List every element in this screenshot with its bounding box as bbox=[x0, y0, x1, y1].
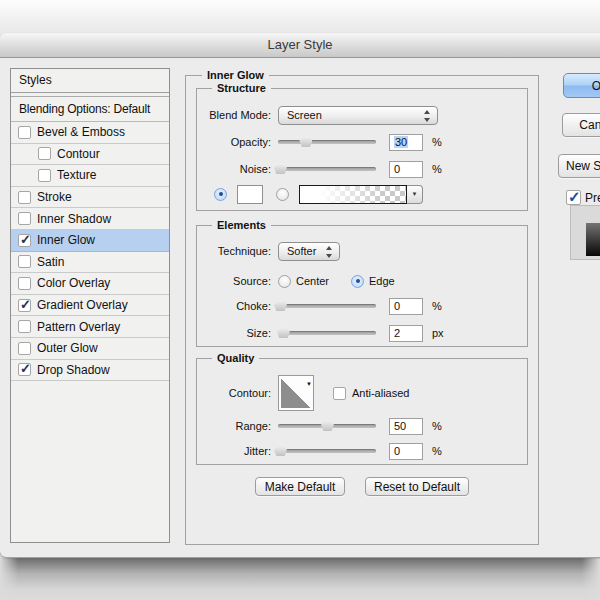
opacity-value: 30 bbox=[394, 136, 408, 148]
new-style-button[interactable]: New Style... bbox=[558, 154, 600, 178]
blend-mode-label: Blend Mode: bbox=[197, 109, 278, 121]
sidebar-style-item[interactable]: Texture bbox=[11, 165, 169, 187]
noise-unit: % bbox=[432, 163, 442, 175]
jitter-label: Jitter: bbox=[197, 445, 278, 457]
screen: Layer Style Styles Blending Options: Def… bbox=[0, 0, 600, 600]
slider-track[interactable] bbox=[278, 140, 376, 144]
source-edge-label[interactable]: Edge bbox=[369, 275, 395, 287]
sidebar-style-item[interactable]: Contour bbox=[11, 144, 169, 166]
technique-label: Technique: bbox=[197, 245, 278, 257]
style-checkbox[interactable] bbox=[18, 126, 31, 139]
sidebar-style-item[interactable]: Outer Glow bbox=[11, 338, 169, 360]
blend-mode-value: Screen bbox=[287, 109, 322, 121]
noise-input[interactable]: 0 bbox=[389, 161, 423, 178]
slider-track[interactable] bbox=[278, 331, 376, 335]
glow-gradient-swatch[interactable] bbox=[299, 185, 407, 204]
style-checkbox[interactable]: ✓ bbox=[18, 234, 31, 247]
style-label: Bevel & Emboss bbox=[37, 125, 125, 139]
antialiased-label[interactable]: Anti-aliased bbox=[352, 387, 409, 399]
slider-thumb[interactable] bbox=[277, 327, 290, 338]
slider-thumb[interactable] bbox=[299, 136, 312, 147]
gradient-radio[interactable] bbox=[276, 188, 289, 201]
cancel-button[interactable]: Cancel bbox=[562, 113, 600, 137]
style-checkbox[interactable]: ✓ bbox=[18, 299, 31, 312]
contour-picker[interactable]: ▼ bbox=[278, 375, 314, 411]
style-checkbox[interactable] bbox=[18, 277, 31, 290]
reset-to-default-button[interactable]: Reset to Default bbox=[365, 477, 469, 496]
jitter-input[interactable]: 0 bbox=[389, 443, 423, 460]
make-default-button[interactable]: Make Default bbox=[255, 477, 345, 496]
source-edge-radio[interactable] bbox=[351, 275, 364, 288]
choke-input[interactable]: 0 bbox=[389, 298, 423, 315]
sidebar-style-list: Bevel & Emboss Contour Texture Stroke In… bbox=[11, 122, 169, 381]
sidebar-item-blending-options[interactable]: Blending Options: Default bbox=[11, 97, 169, 122]
popup-arrows-icon bbox=[326, 246, 333, 258]
size-unit: px bbox=[432, 327, 444, 339]
range-input[interactable]: 50 bbox=[389, 418, 423, 435]
technique-value: Softer bbox=[287, 245, 316, 257]
structure-group: Structure Blend Mode: Screen Opacity: 30… bbox=[196, 88, 528, 211]
style-label: Satin bbox=[37, 255, 64, 269]
antialiased-checkbox[interactable] bbox=[333, 387, 346, 400]
style-label: Texture bbox=[57, 168, 96, 182]
range-label: Range: bbox=[197, 420, 278, 432]
quality-title: Quality bbox=[212, 351, 259, 365]
sidebar-style-item[interactable]: Color Overlay bbox=[11, 273, 169, 295]
style-checkbox[interactable] bbox=[38, 169, 51, 182]
style-checkbox[interactable] bbox=[18, 320, 31, 333]
style-checkbox[interactable] bbox=[38, 147, 51, 160]
jitter-slider[interactable] bbox=[278, 444, 376, 458]
opacity-label: Opacity: bbox=[197, 136, 278, 148]
size-label: Size: bbox=[197, 327, 278, 339]
noise-slider[interactable] bbox=[278, 162, 376, 176]
source-center-radio[interactable] bbox=[278, 275, 291, 288]
structure-title: Structure bbox=[212, 81, 271, 95]
blend-mode-popup[interactable]: Screen bbox=[278, 106, 438, 125]
opacity-input[interactable]: 30 bbox=[389, 134, 423, 151]
quality-group: Quality Contour: ▼ Anti-aliased Range: 5… bbox=[196, 358, 528, 465]
sidebar-style-item[interactable]: Bevel & Emboss bbox=[11, 122, 169, 144]
jitter-unit: % bbox=[432, 445, 442, 457]
noise-label: Noise: bbox=[197, 163, 278, 175]
style-checkbox[interactable] bbox=[18, 191, 31, 204]
sidebar-style-item[interactable]: Inner Shadow bbox=[11, 208, 169, 230]
preview-checkbox[interactable]: ✓ bbox=[566, 190, 581, 205]
style-label: Contour bbox=[57, 147, 100, 161]
style-label: Stroke bbox=[37, 190, 72, 204]
style-checkbox[interactable]: ✓ bbox=[18, 363, 31, 376]
sidebar-style-item[interactable]: Satin bbox=[11, 252, 169, 274]
preview-option: ✓ Preview bbox=[566, 190, 600, 205]
size-input[interactable]: 2 bbox=[389, 325, 423, 342]
sidebar-style-item[interactable]: Pattern Overlay bbox=[11, 316, 169, 338]
ok-button[interactable]: OK bbox=[563, 73, 600, 98]
slider-track[interactable] bbox=[278, 304, 376, 308]
dialog-title: Layer Style bbox=[0, 33, 600, 57]
choke-unit: % bbox=[432, 300, 442, 312]
style-label: Inner Glow bbox=[37, 233, 95, 247]
range-unit: % bbox=[432, 420, 442, 432]
slider-track[interactable] bbox=[278, 167, 376, 171]
range-slider[interactable] bbox=[278, 419, 376, 433]
sidebar-style-item[interactable]: ✓ Drop Shadow bbox=[11, 360, 169, 382]
slider-track[interactable] bbox=[278, 449, 376, 453]
technique-popup[interactable]: Softer bbox=[278, 242, 340, 261]
sidebar-item-styles[interactable]: Styles bbox=[11, 69, 169, 93]
style-checkbox[interactable] bbox=[18, 255, 31, 268]
style-checkbox[interactable] bbox=[18, 212, 31, 225]
glow-color-swatch[interactable] bbox=[237, 185, 263, 204]
sidebar-style-item[interactable]: ✓ Inner Glow bbox=[11, 230, 169, 252]
sidebar-style-item[interactable]: ✓ Gradient Overlay bbox=[11, 295, 169, 317]
color-radio[interactable] bbox=[214, 188, 227, 201]
source-center-label[interactable]: Center bbox=[296, 275, 329, 287]
sidebar-style-item[interactable]: Stroke bbox=[11, 187, 169, 209]
size-slider[interactable] bbox=[278, 326, 376, 340]
gradient-picker-arrow[interactable]: ▼ bbox=[407, 185, 423, 204]
style-label: Drop Shadow bbox=[37, 363, 110, 377]
slider-thumb[interactable] bbox=[321, 420, 334, 431]
choke-slider[interactable] bbox=[278, 299, 376, 313]
opacity-slider[interactable] bbox=[278, 135, 376, 149]
style-checkbox[interactable] bbox=[18, 342, 31, 355]
style-label: Inner Shadow bbox=[37, 212, 111, 226]
dialog-titlebar[interactable]: Layer Style bbox=[0, 33, 600, 58]
popup-arrows-icon bbox=[424, 110, 431, 122]
